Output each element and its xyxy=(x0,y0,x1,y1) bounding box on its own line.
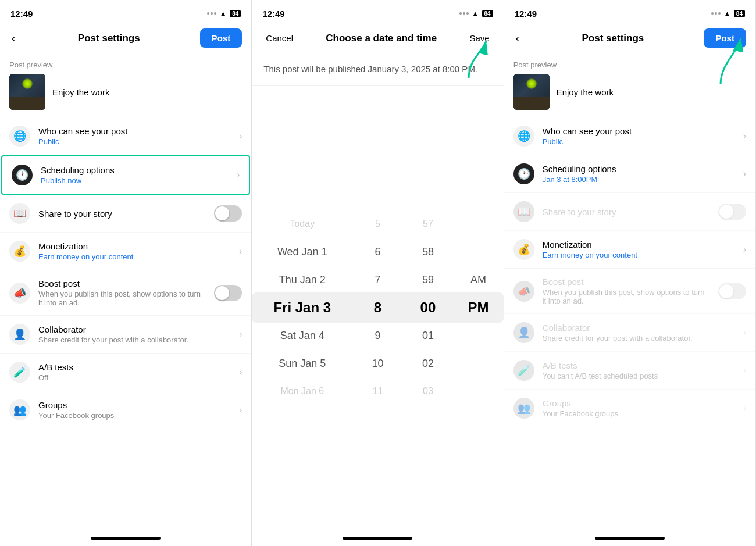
post-preview-title-left: Enjoy the work xyxy=(52,87,109,97)
item-content-scheduling-right: Scheduling options Jan 3 at 8:00PM xyxy=(543,164,735,184)
toggle-knob-boost-right xyxy=(719,284,733,298)
thumb-bg-right xyxy=(513,74,550,110)
thumb-table xyxy=(9,97,45,110)
status-time-right: 12:49 xyxy=(515,9,537,19)
settings-item-who-can-see-right[interactable]: 🌐 Who can see your post Public › xyxy=(504,117,755,155)
picker-row-ampm-1 xyxy=(453,238,503,265)
picker-row-date-4: Sat Jan 4 xyxy=(252,322,352,349)
status-icons-right: ▲ 84 xyxy=(711,9,745,18)
boost-icon-right: 📣 xyxy=(513,281,534,302)
signal-dot xyxy=(718,12,721,15)
picker-row-hour-6: 11 xyxy=(352,378,402,405)
picker-row-ampm-4 xyxy=(453,322,503,349)
item-title-story-right: Share to your story xyxy=(543,207,710,217)
post-preview-content-right: Enjoy the work xyxy=(513,74,746,110)
groups-icon-left: 👥 xyxy=(9,399,30,420)
chevron-who-can-see-right: › xyxy=(743,131,746,141)
clock-icon-right: 🕐 xyxy=(513,163,534,184)
chevron-collaborator-left: › xyxy=(239,329,242,340)
item-subtitle-monetization-left: Earn money on your content xyxy=(38,252,231,261)
settings-item-abtests-right: 🧪 A/B tests You can't A/B test scheduled… xyxy=(504,352,755,390)
item-content-scheduling-left: Scheduling options Publish now xyxy=(41,165,229,185)
picker-row-hour-0: 5 xyxy=(352,210,402,237)
boost-toggle-left[interactable] xyxy=(214,285,242,301)
signal-dots-left xyxy=(207,12,216,15)
settings-item-collaborator-left[interactable]: 👤 Collaborator Share credit for your pos… xyxy=(0,316,251,354)
status-icons-left: ▲ 84 xyxy=(207,9,241,18)
groups-icon-right: 👥 xyxy=(513,398,534,419)
settings-item-monetization-right[interactable]: 💰 Monetization Earn money on your conten… xyxy=(504,231,755,269)
page-title-right: Post settings xyxy=(582,33,644,44)
item-subtitle-scheduling-left: Publish now xyxy=(41,176,229,185)
settings-item-groups-left[interactable]: 👥 Groups Your Facebook groups › xyxy=(0,391,251,429)
settings-item-abtests-left[interactable]: 🧪 A/B tests Off › xyxy=(0,354,251,391)
back-button-left[interactable]: ‹ xyxy=(9,29,18,47)
story-icon-right: 📖 xyxy=(513,201,534,222)
settings-item-scheduling-right[interactable]: 🕐 Scheduling options Jan 3 at 8:00PM › xyxy=(504,155,755,193)
back-button-right[interactable]: ‹ xyxy=(513,29,522,47)
picker-row-min-2: 59 xyxy=(403,266,453,293)
signal-dots-right xyxy=(711,12,721,15)
picker-row-ampm-6 xyxy=(453,378,503,405)
date-picker-scroll: Today Wed Jan 1 Thu Jan 2 Fri Jan 3 Sat … xyxy=(252,86,503,530)
item-subtitle-boost-right: When you publish this post, show options… xyxy=(543,288,710,305)
post-button-left[interactable]: Post xyxy=(200,28,243,48)
middle-panel: 12:49 ▲ 84 Cancel Choose a date and time… xyxy=(252,0,504,546)
settings-item-scheduling-left[interactable]: 🕐 Scheduling options Publish now › xyxy=(1,155,250,195)
item-subtitle-collaborator-right: Share credit for your post with a collab… xyxy=(543,334,735,342)
picker-row-min-4: 01 xyxy=(403,322,453,349)
picker-row-date-5: Sun Jan 5 xyxy=(252,350,352,377)
settings-item-boost-left[interactable]: 📣 Boost post When you publish this post,… xyxy=(0,270,251,316)
settings-item-story-left[interactable]: 📖 Share to your story xyxy=(0,195,251,233)
item-subtitle-scheduling-right: Jan 3 at 8:00PM xyxy=(543,175,735,184)
item-content-who-can-see-right: Who can see your post Public xyxy=(543,126,735,146)
home-indicator-left xyxy=(0,530,251,546)
item-title-groups-left: Groups xyxy=(38,400,231,410)
signal-dot xyxy=(715,12,717,15)
post-preview-content-left: Enjoy the work xyxy=(9,74,242,110)
status-time-middle: 12:49 xyxy=(262,9,284,19)
settings-item-monetization-left[interactable]: 💰 Monetization Earn money on your conten… xyxy=(0,233,251,270)
story-icon-left: 📖 xyxy=(9,203,30,224)
home-bar-middle xyxy=(343,537,412,540)
cancel-button[interactable]: Cancel xyxy=(261,31,298,45)
item-subtitle-who-can-see-left: Public xyxy=(38,137,231,146)
monetization-icon-right: 💰 xyxy=(513,239,534,260)
post-button-right[interactable]: Post xyxy=(704,28,746,48)
thumb-light xyxy=(22,78,33,89)
item-title-story-left: Share to your story xyxy=(38,209,206,219)
collaborator-icon-left: 👤 xyxy=(9,324,30,345)
item-subtitle-groups-left: Your Facebook groups xyxy=(38,411,231,420)
story-toggle-left[interactable] xyxy=(214,205,242,222)
toggle-knob-story-right xyxy=(719,205,733,219)
signal-dot xyxy=(466,12,469,15)
chevron-abtests-left: › xyxy=(239,367,242,377)
picker-col-hour[interactable]: 5 6 7 8 9 10 11 xyxy=(352,210,402,405)
picker-row-hour-5: 10 xyxy=(352,350,402,377)
home-bar-right xyxy=(595,537,665,540)
chevron-scheduling-left: › xyxy=(237,170,240,180)
picker-col-ampm[interactable]: AM PM xyxy=(453,210,503,405)
settings-item-boost-right: 📣 Boost post When you publish this post,… xyxy=(504,269,755,314)
picker-row-min-1: 58 xyxy=(403,238,453,265)
wifi-icon-middle: ▲ xyxy=(472,9,479,18)
collaborator-icon-right: 👤 xyxy=(513,322,534,343)
post-thumbnail-right xyxy=(513,74,550,110)
item-title-abtests-left: A/B tests xyxy=(38,362,231,372)
picker-row-date-1: Wed Jan 1 xyxy=(252,238,352,265)
picker-col-date[interactable]: Today Wed Jan 1 Thu Jan 2 Fri Jan 3 Sat … xyxy=(252,210,352,405)
item-title-boost-left: Boost post xyxy=(38,279,206,288)
picker-row-ampm-3: PM xyxy=(453,294,503,321)
chevron-monetization-left: › xyxy=(239,246,242,256)
signal-dot xyxy=(207,12,209,15)
picker-col-minute[interactable]: 57 58 59 00 01 02 03 xyxy=(403,210,453,405)
item-subtitle-abtests-right: You can't A/B test scheduled posts xyxy=(543,372,735,380)
settings-item-who-can-see-left[interactable]: 🌐 Who can see your post Public › xyxy=(0,117,251,155)
home-indicator-right xyxy=(504,530,755,546)
item-content-monetization-left: Monetization Earn money on your content xyxy=(38,241,231,261)
signal-dot xyxy=(211,12,213,15)
save-button[interactable]: Save xyxy=(465,31,494,45)
item-title-collaborator-right: Collaborator xyxy=(543,323,735,333)
left-panel: 12:49 ▲ 84 ‹ Post settings Post Post pre… xyxy=(0,0,252,546)
item-content-abtests-left: A/B tests Off xyxy=(38,362,231,382)
